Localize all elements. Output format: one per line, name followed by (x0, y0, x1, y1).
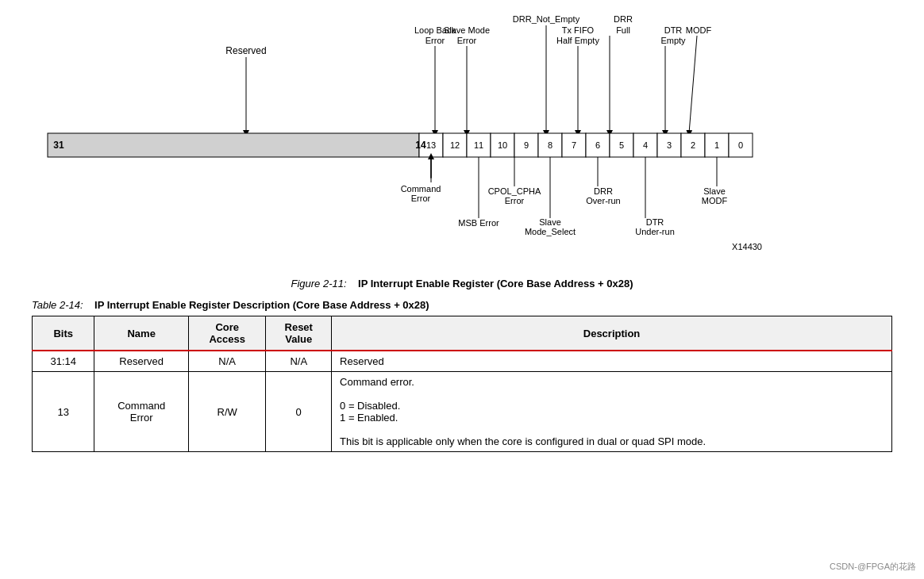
row1-bits: 31:14 (33, 351, 94, 372)
bit11-num: 11 (474, 140, 483, 150)
msb-err-label: MSB Error (458, 218, 499, 228)
bit6-num: 6 (595, 140, 600, 150)
loopback-label2: Error (425, 36, 445, 45)
reserved-label: Reserved (225, 45, 266, 56)
drr-not-empty-label: DRR_Not_Empty (513, 16, 580, 24)
cpol-label2: Error (505, 196, 525, 205)
modf-label: MODF (686, 25, 712, 35)
row2-desc-line2: 0 = Disabled. (340, 400, 400, 412)
col-core-access: CoreAccess (188, 316, 265, 351)
row1-reset: N/A (266, 351, 332, 372)
register-table: Bits Name CoreAccess ResetValue Descript… (32, 316, 892, 452)
table-row: 31:14 Reserved N/A N/A Reserved (33, 351, 892, 372)
register-diagram: Reserved Loop Back Error Slave Mode Erro… (32, 16, 892, 270)
col-description: Description (332, 316, 892, 351)
slavemode-label: Slave Mode (444, 25, 490, 35)
bit7-num: 7 (572, 140, 576, 150)
row1-access: N/A (188, 351, 265, 372)
table-title: IP Interrupt Enable Register Description… (94, 299, 429, 311)
row1-name: Reserved (94, 351, 189, 372)
drr-overrun-label2: Over-run (586, 196, 620, 205)
figure-caption: Figure 2-11: IP Interrupt Enable Registe… (32, 278, 892, 290)
drr-overrun-label: DRR (594, 186, 613, 196)
slave-modf-label2: MODF (702, 196, 728, 205)
table-row: 13 CommandError R/W 0 Command error. 0 =… (33, 372, 892, 452)
bit10-num: 10 (498, 140, 507, 150)
slave-mode-label: Slave (539, 217, 561, 227)
page-container: Reserved Loop Back Error Slave Mode Erro… (0, 0, 924, 579)
bit0-num: 0 (738, 140, 743, 150)
dtr-empty-label2: Empty (660, 36, 686, 45)
bit1-num: 1 (714, 140, 719, 150)
dtr-underrun-label2: Under-run (635, 227, 675, 236)
bit3-num: 3 (667, 140, 672, 150)
bit31-num: 31 (53, 140, 64, 151)
cmd-err-label2: Error (411, 194, 431, 203)
row2-bits: 13 (33, 372, 94, 452)
bit4-num: 4 (643, 140, 648, 150)
slave-mode-label2: Mode_Select (525, 227, 576, 236)
row1-desc: Reserved (332, 351, 892, 372)
slavemode-label2: Error (457, 36, 477, 45)
dtr-empty-label: DTR (664, 25, 683, 35)
table-header-row: Bits Name CoreAccess ResetValue Descript… (33, 316, 892, 351)
modf-arrow (689, 36, 697, 133)
figure-label: Figure 2-11: (291, 278, 347, 290)
row2-reset: 0 (266, 372, 332, 452)
row2-name: CommandError (94, 372, 189, 452)
bit12-num: 12 (450, 140, 460, 150)
bit2-num: 2 (691, 140, 695, 150)
col-name: Name (94, 316, 189, 351)
txfifo-label2: Half Empty (556, 36, 599, 45)
cpol-label: CPOL_CPHA (488, 186, 541, 196)
row2-desc: Command error. 0 = Disabled. 1 = Enabled… (332, 372, 892, 452)
bit5-num: 5 (619, 140, 624, 150)
diagram-svg: Reserved Loop Back Error Slave Mode Erro… (32, 16, 892, 262)
dtr-underrun-label: DTR (646, 217, 664, 227)
bit14-num: 14 (415, 140, 426, 151)
drr-full-label2: Full (616, 25, 630, 35)
bit13-num: 13 (426, 140, 436, 150)
table-caption: Table 2-14: IP Interrupt Enable Register… (32, 299, 892, 311)
row2-desc-line3: 1 = Enabled. (340, 412, 398, 424)
cmd-err-label: Command (401, 184, 441, 194)
row2-desc-line4: This bit is applicable only when the cor… (340, 435, 706, 447)
table-label: Table 2-14: (32, 299, 83, 311)
row2-access: R/W (188, 372, 265, 452)
col-reset-value: ResetValue (266, 316, 332, 351)
ref-number: X14430 (732, 242, 762, 251)
row2-desc-line1: Command error. (340, 376, 414, 388)
watermark: CSDN-@FPGA的花路 (830, 561, 916, 573)
figure-title: IP Interrupt Enable Register (Core Base … (358, 278, 633, 290)
txfifo-label: Tx FIFO (562, 25, 595, 35)
reserved-block (48, 133, 419, 157)
bit9-num: 9 (524, 140, 529, 150)
bit8-num: 8 (548, 140, 552, 150)
drr-full-label: DRR (614, 16, 633, 24)
col-bits: Bits (33, 316, 94, 351)
slave-modf-label: Slave (703, 186, 726, 196)
